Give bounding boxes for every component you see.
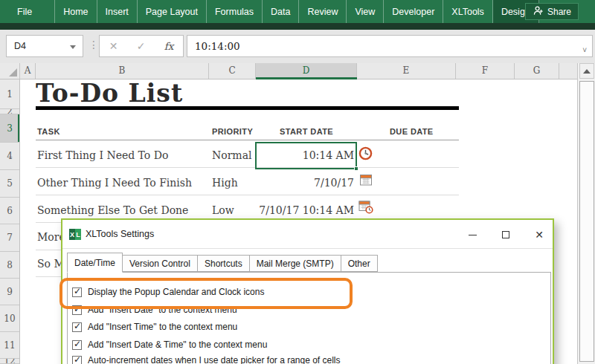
ribbon-bottom-edge — [0, 23, 595, 30]
logo-x: X — [69, 229, 75, 240]
column-header-a[interactable]: A — [20, 63, 36, 79]
tab-formulas[interactable]: Formulas — [207, 0, 263, 23]
ribbon-gap — [43, 0, 55, 23]
scroll-up-button[interactable] — [579, 63, 594, 79]
column-header-g[interactable]: G — [515, 63, 559, 79]
tab-data[interactable]: Data — [263, 0, 299, 23]
tab-version-control[interactable]: Version Control — [123, 255, 198, 272]
row-header-9[interactable]: 9 — [0, 279, 19, 305]
row-header-1[interactable]: 1 — [0, 79, 19, 109]
row-header-10[interactable]: 10 — [0, 305, 19, 332]
tab-xltools[interactable]: XLTools — [443, 0, 493, 23]
formula-bar-divider-icon: ⋮ — [89, 39, 99, 51]
cell-priority-3[interactable]: Low — [212, 204, 234, 217]
option-insert-date-time[interactable]: Add "Insert Date & Time" to the context … — [72, 339, 267, 351]
option-label: Add "Insert Time" to the context menu — [88, 322, 237, 332]
enter-icon[interactable]: ✓ — [137, 40, 146, 52]
ribbon-tab-bar: File Home Insert Page Layout Formulas Da… — [0, 0, 595, 23]
active-column-underline — [256, 77, 357, 79]
cell-task-1[interactable]: First Thing I Need To Do — [37, 149, 168, 162]
row-separator — [36, 167, 459, 168]
tab-insert[interactable]: Insert — [97, 0, 138, 23]
select-all-triangle-icon — [9, 68, 17, 77]
excel-window: File Home Insert Page Layout Formulas Da… — [0, 0, 595, 364]
worksheet-title: To-Do List — [36, 79, 183, 108]
option-insert-time[interactable]: Add "Insert Time" to the context menu — [72, 321, 237, 333]
row-separator — [36, 195, 459, 195]
close-icon: ✕ — [535, 229, 544, 241]
cell-task-2[interactable]: Other Thing I Need To Finish — [37, 176, 192, 189]
dialog-title-bar[interactable]: X L XLTools Settings ✕ — [62, 220, 553, 249]
column-header-e[interactable]: E — [357, 63, 456, 79]
option-label: Auto-increment dates when I use date pic… — [88, 355, 341, 364]
formula-value: 10:14:00 — [195, 40, 240, 52]
tab-mail-merge[interactable]: Mail Merge (SMTP) — [250, 255, 341, 272]
tab-other[interactable]: Other — [341, 255, 378, 272]
close-button[interactable]: ✕ — [528, 227, 550, 243]
tab-developer[interactable]: Developer — [384, 0, 443, 23]
name-box-value: D4 — [14, 41, 26, 51]
tab-file[interactable]: File — [6, 0, 43, 23]
cell-start-date-2[interactable]: 7/10/17 — [256, 176, 354, 189]
checkbox-checked-icon[interactable] — [72, 322, 82, 332]
column-header-partial[interactable] — [559, 63, 576, 79]
dialog-title: XLTools Settings — [86, 229, 154, 239]
option-auto-increment[interactable]: Auto-increment dates when I use date pic… — [72, 354, 341, 364]
calendar-icon[interactable] — [359, 173, 373, 187]
row-header-column: 1 2 3 4 5 6 7 8 9 10 11 12 — [0, 79, 20, 364]
checkbox-checked-icon[interactable] — [72, 356, 82, 364]
formula-bar-row: D4 ⋮ ✕ ✓ fx 10:14:00 ˅ — [0, 30, 595, 63]
scrollbar-thumb[interactable] — [579, 81, 594, 362]
table-header-start-date: START DATE — [256, 127, 357, 136]
row-header-3[interactable]: 3 — [0, 114, 19, 143]
share-person-icon — [533, 5, 544, 18]
calendar-clock-icon[interactable] — [358, 200, 373, 214]
table-header-priority: PRIORITY — [212, 127, 253, 136]
column-header-d[interactable]: D — [256, 63, 357, 79]
cell-priority-2[interactable]: High — [212, 176, 238, 189]
row-header-5[interactable]: 5 — [0, 170, 19, 198]
row-header-8[interactable]: 8 — [0, 252, 19, 279]
tab-review[interactable]: Review — [299, 0, 347, 23]
table-header-due-date: DUE DATE — [390, 127, 434, 136]
clock-icon[interactable] — [358, 146, 373, 160]
maximize-button[interactable] — [495, 227, 517, 243]
column-header-b[interactable]: B — [36, 63, 209, 79]
row-header-11[interactable]: 11 — [0, 332, 19, 359]
insert-function-icon[interactable]: fx — [164, 40, 174, 52]
tab-date-time[interactable]: Date/Time — [67, 253, 123, 273]
tab-home[interactable]: Home — [55, 0, 97, 23]
share-label: Share — [547, 7, 571, 17]
select-all-corner[interactable] — [0, 63, 20, 79]
checkbox-checked-icon[interactable] — [72, 340, 82, 350]
row-header-12[interactable]: 12 — [0, 359, 19, 364]
vertical-scrollbar[interactable] — [577, 63, 595, 364]
tab-shortcuts[interactable]: Shortcuts — [198, 255, 250, 272]
name-box[interactable]: D4 — [6, 35, 83, 57]
row-header-2[interactable]: 2 — [0, 109, 19, 114]
formula-bar-buttons: ✕ ✓ fx — [99, 35, 184, 57]
title-underline — [36, 106, 459, 110]
column-header-row: A B C D E F G — [0, 63, 577, 79]
minimize-button[interactable] — [461, 227, 483, 243]
name-box-dropdown-icon[interactable] — [70, 45, 76, 49]
option-label: Add "Insert Date & Time" to the context … — [88, 339, 267, 350]
column-header-c[interactable]: C — [209, 63, 256, 79]
table-header-separator — [36, 140, 459, 140]
share-button[interactable]: Share — [525, 3, 579, 20]
fill-handle[interactable] — [354, 166, 358, 171]
selected-cell-border[interactable] — [255, 142, 357, 169]
cell-start-date-3[interactable]: 7/10/17 10:14 AM — [256, 204, 354, 217]
row-header-7[interactable]: 7 — [0, 224, 19, 252]
cancel-icon[interactable]: ✕ — [109, 40, 118, 52]
tab-view[interactable]: View — [347, 0, 384, 23]
column-header-f[interactable]: F — [456, 63, 515, 79]
formula-bar-expand-icon[interactable]: ˅ — [582, 40, 587, 61]
row-header-4[interactable]: 4 — [0, 143, 19, 170]
formula-input[interactable]: 10:14:00 ˅ — [187, 35, 593, 57]
row-header-6[interactable]: 6 — [0, 198, 19, 224]
annotation-highlight-box — [60, 278, 353, 309]
cell-priority-1[interactable]: Normal — [212, 149, 251, 162]
cell-task-3[interactable]: Something Else To Get Done — [37, 204, 188, 217]
tab-page-layout[interactable]: Page Layout — [138, 0, 207, 23]
